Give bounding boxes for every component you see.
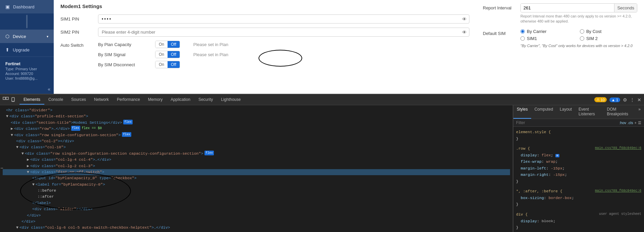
toggle-on-btn[interactable]: On — [155, 41, 168, 48]
sim2-pin-input[interactable] — [98, 28, 469, 37]
sim2-pin-eye-icon[interactable]: 👁 — [462, 30, 467, 35]
sim1-pin-control: 👁 — [98, 14, 469, 24]
css-source[interactable]: main.css?89_f68c849ec:6 — [595, 145, 641, 151]
sidebar-item-device[interactable]: ⬡ Device ▾ — [0, 30, 54, 43]
dom-line-section-title: <div class="section-title">Modem1 Settin… — [3, 120, 510, 126]
css-selector: div { — [516, 212, 528, 217]
settings-icon[interactable]: ⚙ — [623, 97, 627, 103]
expand-arrow[interactable]: ▶ — [27, 163, 29, 169]
sim2-pin-control: 👁 — [98, 28, 469, 37]
dom-line-input-checkbox: <input id="byPlanCapacity_0" type="check… — [3, 175, 510, 181]
flex-badge: flex — [71, 126, 81, 130]
hov-btn[interactable]: :hov — [619, 121, 626, 125]
tab-console[interactable]: Console — [44, 95, 67, 105]
cls-btn[interactable]: .cls — [628, 121, 633, 125]
expand-arrow[interactable]: ▼ — [27, 169, 29, 175]
sidebar-collapse-button[interactable]: « — [0, 84, 54, 94]
dom-line-label-close: </label> — [3, 200, 510, 206]
sidebar-item-label: Device — [13, 34, 43, 39]
sim1-pin-eye-icon[interactable]: 👁 — [462, 16, 467, 22]
report-interval-unit: Seconds — [614, 4, 637, 12]
expand-arrow[interactable]: ▼ — [11, 132, 13, 138]
expand-arrow[interactable]: ▼ — [6, 113, 8, 119]
add-rule-btn[interactable]: + — [635, 121, 637, 125]
toggle-off-btn[interactable]: Off — [168, 61, 180, 68]
styles-tab-computed[interactable]: Computed — [531, 105, 556, 119]
expand-arrow[interactable]: ▼ — [32, 182, 35, 188]
toggle-name-sim-disconnect: By SIM Disconnect — [98, 62, 148, 67]
radio-by-carrier: By Carrier — [520, 29, 573, 34]
styles-tab-layout[interactable]: Layout — [556, 105, 575, 119]
upgrade-icon: ⬆ — [5, 47, 9, 52]
radio-sim2-label: SIM 2 — [586, 36, 598, 41]
toggle-row-sim-disconnect: By SIM Disconnect On Off — [98, 61, 228, 68]
sim2-pin-input-wrap: 👁 — [98, 28, 469, 37]
user-type: Type: Primary User — [5, 67, 48, 71]
tab-application[interactable]: Application — [167, 95, 194, 105]
toggle-sim-disconnect[interactable]: On Off — [155, 61, 180, 68]
device-mode-icon[interactable] — [11, 97, 17, 103]
more-icon[interactable]: ⋮ — [630, 97, 635, 103]
svg-rect-1 — [6, 97, 8, 100]
more-options-btn[interactable]: ☰ — [638, 121, 641, 125]
expand-arrow[interactable]: ▼ — [21, 151, 24, 157]
dom-line-col-lg-4: ▶ <div class="col-lg-4 col-4">…</div> — [3, 157, 510, 163]
toggle-row-sim-signal: By SIM Signal On Off Please set in Plan — [98, 51, 228, 58]
dom-line-slider: <div class="slider"></div> — [3, 206, 510, 212]
chevron-down-icon: ▾ — [47, 35, 48, 38]
styles-tab-event-listeners[interactable]: Event Listeners — [575, 105, 603, 119]
radio-sim1-input[interactable] — [520, 36, 525, 41]
user-email: User: frnt8888@g... — [5, 76, 48, 80]
collapse-icon: « — [48, 86, 50, 92]
tab-security[interactable]: Security — [194, 95, 217, 105]
expand-arrow[interactable]: ▼ — [16, 144, 18, 150]
styles-tab-dom-breakpoints[interactable]: DOM Breakpoints — [604, 105, 635, 119]
css-source: user agent stylesheet — [599, 211, 641, 217]
warning-badge: ⚠ 10 — [594, 97, 607, 102]
styles-tab-styles[interactable]: Styles — [513, 105, 531, 119]
expand-arrow[interactable]: ▼ — [16, 225, 18, 231]
toggle-on-btn[interactable]: On — [155, 51, 168, 58]
toggle-row-plan-capacity: By Plan Capacity On Off Please set in Pl… — [98, 41, 228, 48]
toggle-help-sim-signal: Please set in Plan — [193, 52, 228, 57]
tab-lighthouse[interactable]: Lighthouse — [217, 95, 245, 105]
css-selector: element.style { — [516, 130, 551, 134]
tab-memory[interactable]: Memory — [144, 95, 167, 105]
tab-network[interactable]: Network — [90, 95, 113, 105]
tab-performance[interactable]: Performance — [113, 95, 144, 105]
default-sim-section: Default SIM By Carrier By Cost — [483, 29, 637, 48]
inspect-icon[interactable] — [3, 97, 9, 103]
report-interval-input[interactable] — [521, 4, 614, 12]
radio-sim1-label: SIM1 — [527, 36, 537, 41]
tab-sources[interactable]: Sources — [67, 95, 90, 105]
radio-sim2-input[interactable] — [580, 36, 584, 41]
dom-panel[interactable]: ⋯ <hr class="divider"> ▼ <div class="pro… — [0, 105, 513, 232]
filter-controls: :hov .cls + ☰ — [619, 121, 641, 125]
toggle-plan-capacity[interactable]: On Off — [155, 41, 180, 48]
sidebar-item-dashboard[interactable]: ▣ Dashboard — [0, 0, 54, 13]
sidebar-item-upgrade[interactable]: ⬆ Upgrade — [0, 43, 54, 56]
dots-button[interactable]: ⋯ — [1, 165, 3, 172]
close-icon[interactable]: ✕ — [637, 97, 641, 103]
report-interval-hint: Report Interval more than 480 can only a… — [520, 14, 637, 24]
toggle-off-btn[interactable]: Off — [168, 51, 180, 58]
styles-tab-more[interactable]: » — [635, 105, 644, 119]
radio-by-carrier-input[interactable] — [520, 29, 525, 34]
sim1-pin-input[interactable] — [98, 14, 469, 24]
expand-arrow[interactable]: ▶ — [27, 157, 29, 163]
css-selector: *, :after, :before { — [516, 189, 562, 193]
page-title: Modem1 Settings — [60, 3, 469, 9]
expand-arrow[interactable]: ▶ — [11, 126, 13, 132]
tab-elements[interactable]: Elements — [19, 95, 44, 105]
toggle-on-btn[interactable]: On — [155, 61, 168, 68]
info-count: 1 — [616, 98, 618, 102]
radio-by-cost-label: By Cost — [586, 29, 602, 34]
toggle-off-btn[interactable]: Off — [168, 41, 180, 48]
css-source[interactable]: main.css?89_f68c849ec:6 — [595, 188, 641, 194]
dom-line-profile-edit: ▼ <div class="profile-edit-section"> — [3, 113, 510, 119]
toggle-sim-signal[interactable]: On Off — [155, 51, 180, 58]
styles-filter-input[interactable] — [516, 120, 617, 125]
radio-by-cost-input[interactable] — [580, 29, 584, 34]
dom-line-ftnt-switch: ▼ <div class="ftnt-on-off-switch"> — [3, 169, 510, 175]
flex-indicator: ⊞ — [555, 154, 559, 157]
